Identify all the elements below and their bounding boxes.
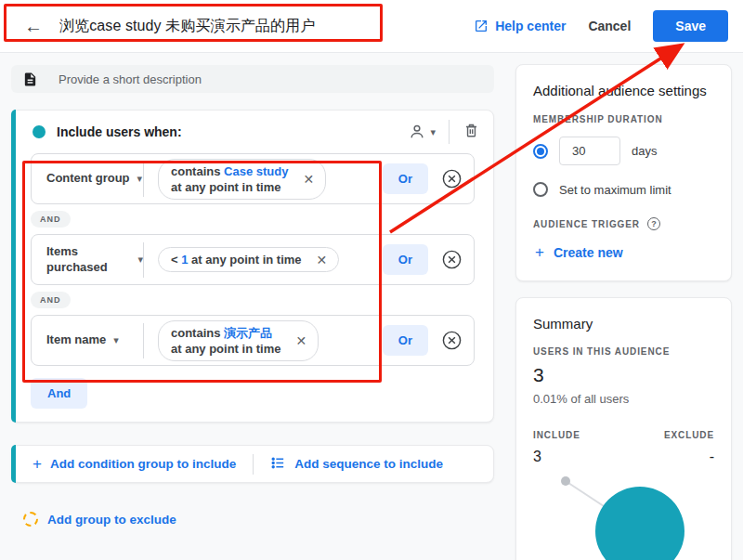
description-bar[interactable]: [11, 65, 494, 93]
include-group-header: Include users when: ▾: [12, 111, 493, 153]
audience-trigger-label: AUDIENCE TRIGGER: [533, 219, 640, 229]
plus-icon: +: [535, 244, 544, 260]
users-in-audience-value: 3: [533, 364, 714, 386]
field-name: Items purchased: [46, 244, 130, 275]
or-button[interactable]: Or: [383, 244, 428, 275]
filter-chip[interactable]: contains Case study at any point in time…: [158, 159, 326, 200]
exclude-count: -: [710, 449, 714, 465]
max-limit-radio[interactable]: [533, 182, 548, 197]
and-connector: AND: [31, 292, 71, 308]
chevron-down-icon: ▾: [113, 334, 119, 346]
include-pie-slice: [595, 487, 684, 560]
chip-value: Case study: [224, 164, 288, 178]
duration-input[interactable]: [559, 137, 620, 165]
header-divider: [449, 120, 450, 144]
header-actions: Help center Cancel Save: [474, 10, 728, 42]
row-divider: [143, 242, 144, 278]
or-button[interactable]: Or: [383, 163, 428, 194]
filter-chip[interactable]: contains 演示产品 at any point in time ✕: [158, 320, 319, 361]
add-group-to-exclude-button[interactable]: Add group to exclude: [23, 512, 494, 527]
summary-title: Summary: [533, 316, 714, 332]
document-icon: [22, 72, 38, 87]
include-group-card: Include users when: ▾: [11, 110, 494, 423]
description-input[interactable]: [59, 72, 483, 86]
include-title: Include users when:: [57, 124, 182, 139]
chip-suffix: at any point in time: [191, 253, 301, 267]
row-divider: [143, 162, 144, 197]
field-name: Content group: [46, 171, 130, 186]
help-center-link[interactable]: Help center: [474, 19, 566, 33]
row-divider: [143, 323, 144, 358]
page-title: 浏览case study 未购买演示产品的用户: [59, 17, 315, 36]
duration-unit-label: days: [632, 144, 657, 158]
circle-x-icon: [441, 249, 463, 270]
scope-selector-button[interactable]: ▾: [408, 123, 436, 141]
users-percentage: 0.01% of all users: [533, 392, 714, 406]
audience-builder-column: Include users when: ▾: [11, 65, 494, 527]
chip-suffix: at any point in time: [171, 341, 280, 357]
main-content: Include users when: ▾: [0, 53, 743, 560]
add-group-to-exclude-label: Add group to exclude: [47, 513, 176, 527]
or-button[interactable]: Or: [383, 325, 428, 356]
add-group-card: + Add condition group to include Add seq…: [11, 445, 494, 483]
back-icon[interactable]: ←: [24, 17, 43, 35]
chip-operator: contains: [171, 326, 220, 340]
duration-radio-selected[interactable]: [533, 144, 548, 159]
help-center-label: Help center: [495, 19, 566, 33]
max-limit-label: Set to maximum limit: [559, 183, 671, 197]
add-card-divider: [253, 454, 254, 475]
field-name: Item name: [46, 332, 106, 347]
chevron-down-icon: ▾: [430, 126, 436, 138]
filter-chip[interactable]: < 1 at any point in time ✕: [158, 247, 339, 272]
right-sidebar: Additional audience settings MEMBERSHIP …: [515, 64, 732, 560]
remove-condition-button[interactable]: [441, 330, 463, 351]
remove-condition-button[interactable]: [441, 168, 463, 189]
membership-duration-label: MEMBERSHIP DURATION: [533, 114, 714, 124]
chip-remove-icon[interactable]: ✕: [303, 172, 314, 187]
add-sequence-button[interactable]: Add sequence to include: [270, 455, 443, 474]
chip-operator: contains: [171, 164, 220, 178]
circle-x-icon: [441, 330, 463, 351]
include-scope-dot: [33, 125, 46, 138]
sequence-list-icon: [270, 455, 286, 474]
settings-title: Additional audience settings: [533, 83, 714, 98]
circle-x-icon: [441, 168, 463, 189]
audience-pie-chart: [533, 467, 716, 560]
include-accent-stripe: [11, 110, 16, 423]
add-group-accent-stripe: [11, 445, 16, 483]
chip-operator: <: [171, 253, 178, 267]
plus-icon: +: [33, 456, 42, 472]
add-condition-group-button[interactable]: + Add condition group to include: [33, 456, 236, 472]
person-icon: [408, 123, 426, 141]
users-in-audience-label: USERS IN THIS AUDIENCE: [533, 346, 714, 357]
pie-leader-dot: [561, 476, 570, 486]
remove-condition-button[interactable]: [441, 249, 463, 270]
trash-icon: [463, 122, 480, 139]
create-new-trigger-button[interactable]: + Create new: [535, 244, 714, 260]
condition-rows: Content group ▾ contains Case study at a…: [12, 153, 493, 366]
and-connector: AND: [31, 211, 71, 228]
chip-remove-icon[interactable]: ✕: [295, 333, 306, 348]
add-and-condition-button[interactable]: And: [31, 378, 87, 409]
chip-value: 1: [181, 253, 188, 267]
dashed-circle-icon: [23, 512, 38, 527]
field-dropdown[interactable]: Items purchased ▾: [46, 244, 143, 275]
include-count: 3: [533, 449, 541, 465]
condition-row-item-name: Item name ▾ contains 演示产品 at any point i…: [31, 315, 475, 366]
field-dropdown[interactable]: Item name ▾: [46, 332, 143, 347]
save-button[interactable]: Save: [653, 10, 728, 42]
help-question-icon[interactable]: ?: [647, 217, 660, 230]
additional-settings-card: Additional audience settings MEMBERSHIP …: [515, 64, 732, 281]
add-condition-group-label: Add condition group to include: [50, 457, 236, 471]
external-link-icon: [474, 19, 489, 33]
exclude-label: EXCLUDE: [664, 430, 714, 440]
summary-card: Summary USERS IN THIS AUDIENCE 3 0.01% o…: [515, 297, 732, 560]
delete-group-button[interactable]: [463, 122, 480, 143]
cancel-button[interactable]: Cancel: [588, 19, 631, 33]
condition-row-items-purchased: Items purchased ▾ < 1 at any point in ti…: [31, 234, 475, 285]
field-dropdown[interactable]: Content group ▾: [46, 171, 143, 186]
chip-value: 演示产品: [224, 326, 272, 340]
chip-remove-icon[interactable]: ✕: [317, 253, 328, 267]
condition-row-content-group: Content group ▾ contains Case study at a…: [31, 153, 475, 204]
chip-suffix: at any point in time: [171, 179, 288, 195]
